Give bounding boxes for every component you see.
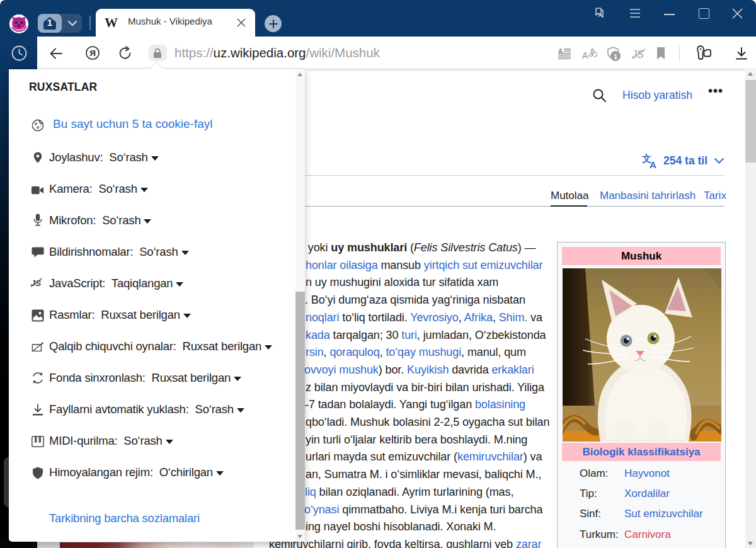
svg-text:Я: Я [89, 49, 96, 58]
svg-text:A: A [650, 159, 656, 168]
svg-text:1: 1 [614, 53, 617, 60]
svg-text:A: A [582, 50, 588, 60]
svg-text:あ: あ [588, 47, 597, 57]
svg-text:A: A [558, 48, 563, 55]
